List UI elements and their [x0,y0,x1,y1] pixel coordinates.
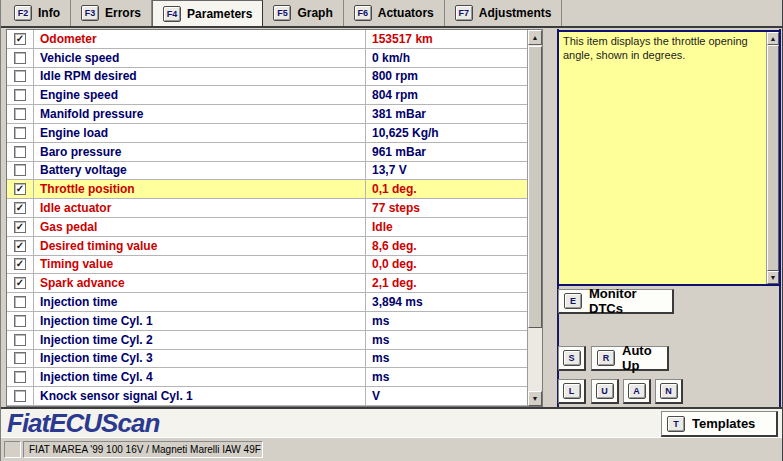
parameter-row[interactable]: Injection time Cyl. 1ms [7,312,527,331]
parameter-name: Injection time Cyl. 1 [34,312,366,330]
s-button[interactable]: S [558,346,586,371]
parameter-row[interactable]: Injection time Cyl. 3ms [7,350,527,369]
tab-label: Errors [105,6,141,20]
unchecked-checkbox[interactable] [14,146,26,158]
key-f5-icon: F5 [273,5,291,21]
parameter-row[interactable]: Baro pressure961 mBar [7,143,527,162]
parameter-row[interactable]: ✓Odometer153517 km [7,30,527,49]
parameter-name: Spark advance [34,274,366,292]
parameter-row[interactable]: Engine speed804 rpm [7,86,527,105]
checkbox-cell: ✓ [7,199,34,217]
u-button[interactable]: U [591,379,619,404]
tab-adjustments[interactable]: F7Adjustments [445,0,563,26]
tab-graph[interactable]: F5Graph [263,0,343,26]
parameter-row[interactable]: ✓Gas pedalIdle [7,218,527,237]
a-button[interactable]: A [623,379,651,404]
parameter-row[interactable]: ✓Idle actuator77 steps [7,199,527,218]
parameter-row[interactable]: ✓Desired timing value8,6 deg. [7,237,527,256]
scroll-up-icon[interactable]: ▲ [767,32,779,45]
parameter-value: ms [366,351,527,365]
key-s-icon: S [563,350,581,366]
unchecked-checkbox[interactable] [14,352,26,364]
parameter-value: 77 steps [366,201,527,215]
parameter-value: ms [366,333,527,347]
checkbox-cell: ✓ [7,180,34,198]
parameter-name: Manifold pressure [34,105,366,123]
unchecked-checkbox[interactable] [14,127,26,139]
checked-checkbox[interactable]: ✓ [14,202,26,214]
parameter-name: Battery voltage [34,162,366,180]
app-logo: FiatECUScan [7,408,159,439]
tab-label: Parameters [187,7,252,21]
description-scrollbar[interactable]: ▲ ▼ [766,32,779,284]
parameter-row[interactable]: Injection time Cyl. 2ms [7,331,527,350]
parameter-name: Engine load [34,124,366,142]
l-button[interactable]: L [558,379,586,404]
parameter-name: Injection time [34,293,366,311]
parameter-value: ms [366,314,527,328]
checkbox-cell [7,293,34,311]
parameter-row[interactable]: Manifold pressure381 mBar [7,105,527,124]
tab-errors[interactable]: F3Errors [71,0,152,26]
unchecked-checkbox[interactable] [14,70,26,82]
table-scrollbar[interactable]: ▲ ▼ [527,30,542,406]
scrollbar-thumb[interactable] [528,46,542,328]
key-n-icon: N [660,383,678,399]
tab-label: Info [38,6,60,20]
scrollbar-thumb[interactable] [767,45,779,271]
auto-up-button[interactable]: R Auto Up [591,346,669,371]
unchecked-checkbox[interactable] [14,89,26,101]
parameter-row[interactable]: Injection time Cyl. 4ms [7,368,527,387]
unchecked-checkbox[interactable] [14,52,26,64]
key-f2-icon: F2 [14,5,32,21]
unchecked-checkbox[interactable] [14,108,26,120]
parameter-row[interactable]: Knock sensor signal Cyl. 1V [7,387,527,406]
checkbox-cell [7,387,34,405]
parameter-row[interactable]: ✓Timing value0,0 deg. [7,256,527,275]
parameter-name: Injection time Cyl. 3 [34,350,366,368]
unchecked-checkbox[interactable] [14,390,26,402]
checked-checkbox[interactable]: ✓ [14,258,26,270]
parameter-value: 0 km/h [366,51,527,65]
parameter-row[interactable]: Battery voltage13,7 V [7,162,527,181]
parameter-description-text: This item displays the throttle opening … [563,34,775,63]
scroll-up-icon[interactable]: ▲ [528,30,542,45]
parameter-name: Idle actuator [34,199,366,217]
n-button[interactable]: N [655,379,683,404]
key-t-icon: T [667,416,685,432]
parameter-name: Odometer [34,30,366,48]
parameter-row[interactable]: Vehicle speed0 km/h [7,49,527,68]
unchecked-checkbox[interactable] [14,334,26,346]
parameter-row[interactable]: Injection time3,894 ms [7,293,527,312]
tab-actuators[interactable]: F6Actuators [344,0,445,26]
unchecked-checkbox[interactable] [14,164,26,176]
tab-parameters[interactable]: F4Parameters [152,0,263,26]
parameter-row[interactable]: Engine load10,625 Kg/h [7,124,527,143]
checkbox-cell [7,68,34,86]
unchecked-checkbox[interactable] [14,315,26,327]
key-r-icon: R [597,350,615,366]
key-l-icon: L [563,383,581,399]
parameter-row[interactable]: ✓Throttle position0,1 deg. [7,180,527,199]
checkbox-cell [7,86,34,104]
checked-checkbox[interactable]: ✓ [14,277,26,289]
parameter-value: 800 rpm [366,69,527,83]
checked-checkbox[interactable]: ✓ [14,240,26,252]
tab-info[interactable]: F2Info [4,0,71,26]
parameter-row[interactable]: ✓Spark advance2,1 deg. [7,274,527,293]
checkbox-cell [7,312,34,330]
checked-checkbox[interactable]: ✓ [14,183,26,195]
checkbox-cell [7,368,34,386]
parameter-row[interactable]: Idle RPM desired800 rpm [7,68,527,87]
unchecked-checkbox[interactable] [14,296,26,308]
parameter-value: 2,1 deg. [366,276,527,290]
unchecked-checkbox[interactable] [14,371,26,383]
scroll-down-icon[interactable]: ▼ [767,271,779,284]
checked-checkbox[interactable]: ✓ [14,33,26,45]
checked-checkbox[interactable]: ✓ [14,221,26,233]
templates-button[interactable]: T Templates [661,411,778,437]
scroll-down-icon[interactable]: ▼ [528,391,542,406]
checkbox-cell: ✓ [7,256,34,274]
monitor-dtcs-button[interactable]: E Monitor DTCs [558,289,674,314]
templates-label: Templates [692,416,755,431]
